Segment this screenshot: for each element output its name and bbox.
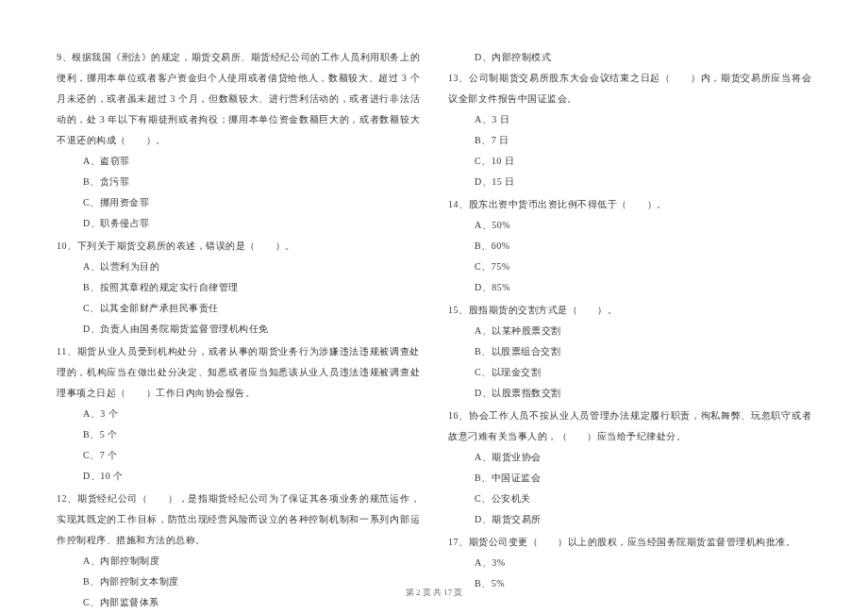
content-area: 9、根据我国《刑法》的规定，期货交易所、期货经纪公司的工作人员利用职务上的便利，…	[57, 47, 811, 571]
question-9-option-c: C、挪用资金罪	[57, 192, 420, 213]
question-11-text: 11、期货从业人员受到机构处分，或者从事的期货业务行为涉嫌违法违规被调查处理的，…	[57, 341, 420, 404]
question-16-option-d: D、期货交易所	[448, 509, 811, 530]
question-9-option-b: B、贪污罪	[57, 172, 420, 192]
question-14-option-c: C、75%	[448, 257, 811, 277]
question-17: 17、期货公司变更（ ）以上的股权，应当经国务院期货监督管理机构批准。 A、3%…	[448, 532, 811, 594]
question-17-text: 17、期货公司变更（ ）以上的股权，应当经国务院期货监督管理机构批准。	[448, 532, 811, 553]
question-10-option-c: C、以其全部财产承担民事责任	[57, 298, 420, 319]
question-16-option-a: A、期货业协会	[448, 447, 811, 468]
question-15: 15、股指期货的交割方式是（ ）。 A、以某种股票交割 B、以股票组合交割 C、…	[448, 300, 811, 404]
question-11-option-d: D、10 个	[57, 466, 420, 487]
question-9-option-d: D、职务侵占罪	[57, 213, 420, 234]
question-12-option-a: A、内部控制制度	[57, 551, 420, 572]
question-11: 11、期货从业人员受到机构处分，或者从事的期货业务行为涉嫌违法违规被调查处理的，…	[57, 341, 420, 487]
question-17-option-a: A、3%	[448, 553, 811, 573]
question-10-option-b: B、按照其章程的规定实行自律管理	[57, 277, 420, 298]
page-footer: 第 2 页 共 17 页	[0, 587, 868, 599]
question-10-text: 10、下列关于期货交易所的表述，错误的是（ ）。	[57, 236, 420, 257]
question-11-option-c: C、7 个	[57, 445, 420, 466]
question-11-option-a: A、3 个	[57, 404, 420, 424]
question-13-option-d: D、15 日	[448, 172, 811, 192]
question-14: 14、股东出资中货币出资比例不得低于（ ）。 A、50% B、60% C、75%…	[448, 194, 811, 298]
question-12-option-d: D、内部控制模式	[448, 47, 811, 68]
question-15-text: 15、股指期货的交割方式是（ ）。	[448, 300, 811, 321]
question-12-text: 12、期货经纪公司（ ），是指期货经纪公司为了保证其各项业务的规范运作，实现其既…	[57, 489, 420, 551]
question-10: 10、下列关于期货交易所的表述，错误的是（ ）。 A、以营利为目的 B、按照其章…	[57, 236, 420, 340]
question-10-option-a: A、以营利为目的	[57, 257, 420, 277]
question-16-option-c: C、公安机关	[448, 489, 811, 509]
question-16-option-b: B、中国证监会	[448, 468, 811, 489]
question-15-option-d: D、以股票指数交割	[448, 383, 811, 404]
question-10-option-d: D、负责人由国务院期货监督管理机构任免	[57, 319, 420, 340]
question-13-option-b: B、7 日	[448, 130, 811, 151]
question-14-text: 14、股东出资中货币出资比例不得低于（ ）。	[448, 194, 811, 215]
question-13-text: 13、公司制期货交易所股东大会会议结束之日起（ ）内，期货交易所应当将会议全部文…	[448, 68, 811, 109]
question-9-option-a: A、盗窃罪	[57, 151, 420, 172]
question-15-option-a: A、以某种股票交割	[448, 321, 811, 341]
question-13-option-a: A、3 日	[448, 109, 811, 130]
question-11-option-b: B、5 个	[57, 424, 420, 445]
question-14-option-a: A、50%	[448, 215, 811, 236]
question-13-option-c: C、10 日	[448, 151, 811, 172]
question-14-option-d: D、85%	[448, 277, 811, 298]
question-9: 9、根据我国《刑法》的规定，期货交易所、期货经纪公司的工作人员利用职务上的便利，…	[57, 47, 420, 234]
question-16-text: 16、协会工作人员不按从业人员管理办法规定履行职责，徇私舞弊、玩忽职守或者故意刁…	[448, 406, 811, 447]
right-column: D、内部控制模式 13、公司制期货交易所股东大会会议结束之日起（ ）内，期货交易…	[448, 47, 811, 571]
question-9-text: 9、根据我国《刑法》的规定，期货交易所、期货经纪公司的工作人员利用职务上的便利，…	[57, 47, 420, 151]
question-15-option-c: C、以现金交割	[448, 362, 811, 383]
question-14-option-b: B、60%	[448, 236, 811, 257]
question-15-option-b: B、以股票组合交割	[448, 341, 811, 362]
question-16: 16、协会工作人员不按从业人员管理办法规定履行职责，徇私舞弊、玩忽职守或者故意刁…	[448, 406, 811, 530]
question-13: 13、公司制期货交易所股东大会会议结束之日起（ ）内，期货交易所应当将会议全部文…	[448, 68, 811, 192]
left-column: 9、根据我国《刑法》的规定，期货交易所、期货经纪公司的工作人员利用职务上的便利，…	[57, 47, 420, 571]
